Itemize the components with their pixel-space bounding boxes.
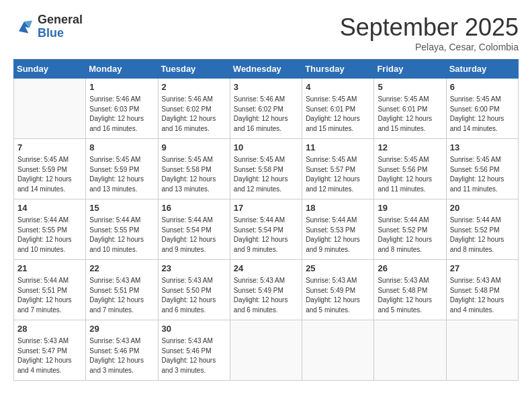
day-number: 2 <box>162 81 226 93</box>
calendar-cell <box>374 320 446 381</box>
calendar-cell: 22Sunrise: 5:43 AM Sunset: 5:51 PM Dayli… <box>86 260 158 320</box>
calendar-cell: 25Sunrise: 5:43 AM Sunset: 5:49 PM Dayli… <box>302 260 374 320</box>
calendar-cell: 30Sunrise: 5:43 AM Sunset: 5:46 PM Dayli… <box>158 320 230 381</box>
day-number: 10 <box>234 142 298 154</box>
day-info: Sunrise: 5:45 AM Sunset: 5:58 PM Dayligh… <box>162 155 226 194</box>
title-block: September 2025 Pelaya, Cesar, Colombia <box>340 13 519 52</box>
day-number: 30 <box>162 323 226 335</box>
weekday-header: Tuesday <box>158 60 230 79</box>
calendar-cell: 27Sunrise: 5:43 AM Sunset: 5:48 PM Dayli… <box>446 260 518 320</box>
calendar-cell: 11Sunrise: 5:45 AM Sunset: 5:57 PM Dayli… <box>302 139 374 199</box>
calendar-cell: 23Sunrise: 5:43 AM Sunset: 5:50 PM Dayli… <box>158 260 230 320</box>
day-info: Sunrise: 5:44 AM Sunset: 5:55 PM Dayligh… <box>89 216 154 255</box>
calendar-cell: 6Sunrise: 5:45 AM Sunset: 6:00 PM Daylig… <box>446 79 518 139</box>
day-number: 25 <box>306 263 370 275</box>
day-info: Sunrise: 5:44 AM Sunset: 5:51 PM Dayligh… <box>17 276 82 315</box>
day-info: Sunrise: 5:44 AM Sunset: 5:53 PM Dayligh… <box>306 216 370 255</box>
calendar-cell: 16Sunrise: 5:44 AM Sunset: 5:54 PM Dayli… <box>158 199 230 260</box>
calendar-cell: 13Sunrise: 5:45 AM Sunset: 5:56 PM Dayli… <box>446 139 518 199</box>
day-number: 23 <box>162 263 226 275</box>
logo-icon <box>13 16 35 38</box>
calendar-week-row: 28Sunrise: 5:43 AM Sunset: 5:47 PM Dayli… <box>14 320 519 381</box>
calendar-cell: 10Sunrise: 5:45 AM Sunset: 5:58 PM Dayli… <box>230 139 302 199</box>
day-number: 28 <box>17 323 82 335</box>
day-number: 12 <box>378 142 442 154</box>
day-number: 20 <box>450 202 515 214</box>
day-info: Sunrise: 5:45 AM Sunset: 5:56 PM Dayligh… <box>450 155 515 194</box>
day-info: Sunrise: 5:45 AM Sunset: 6:01 PM Dayligh… <box>378 95 442 134</box>
day-number: 22 <box>89 263 154 275</box>
day-number: 5 <box>378 81 442 93</box>
day-info: Sunrise: 5:45 AM Sunset: 5:58 PM Dayligh… <box>234 155 298 194</box>
calendar-cell: 19Sunrise: 5:44 AM Sunset: 5:52 PM Dayli… <box>374 199 446 260</box>
day-info: Sunrise: 5:43 AM Sunset: 5:51 PM Dayligh… <box>89 276 154 315</box>
day-number: 4 <box>306 81 370 93</box>
month-title: September 2025 <box>340 13 519 42</box>
day-number: 19 <box>378 202 442 214</box>
day-info: Sunrise: 5:43 AM Sunset: 5:46 PM Dayligh… <box>89 336 154 375</box>
calendar-cell: 15Sunrise: 5:44 AM Sunset: 5:55 PM Dayli… <box>86 199 158 260</box>
day-number: 8 <box>89 142 154 154</box>
page-header: General Blue September 2025 Pelaya, Cesa… <box>13 13 519 52</box>
calendar-cell <box>14 79 86 139</box>
calendar-cell: 9Sunrise: 5:45 AM Sunset: 5:58 PM Daylig… <box>158 139 230 199</box>
day-info: Sunrise: 5:44 AM Sunset: 5:52 PM Dayligh… <box>450 216 515 255</box>
day-number: 18 <box>306 202 370 214</box>
calendar-cell: 2Sunrise: 5:46 AM Sunset: 6:02 PM Daylig… <box>158 79 230 139</box>
day-info: Sunrise: 5:45 AM Sunset: 6:01 PM Dayligh… <box>306 95 370 134</box>
calendar-header-row: SundayMondayTuesdayWednesdayThursdayFrid… <box>14 60 519 79</box>
day-info: Sunrise: 5:43 AM Sunset: 5:49 PM Dayligh… <box>234 276 298 315</box>
calendar-cell: 14Sunrise: 5:44 AM Sunset: 5:55 PM Dayli… <box>14 199 86 260</box>
day-number: 24 <box>234 263 298 275</box>
day-info: Sunrise: 5:43 AM Sunset: 5:50 PM Dayligh… <box>162 276 226 315</box>
day-info: Sunrise: 5:44 AM Sunset: 5:52 PM Dayligh… <box>378 216 442 255</box>
day-info: Sunrise: 5:44 AM Sunset: 5:54 PM Dayligh… <box>234 216 298 255</box>
day-number: 1 <box>89 81 154 93</box>
calendar-week-row: 1Sunrise: 5:46 AM Sunset: 6:03 PM Daylig… <box>14 79 519 139</box>
day-number: 3 <box>234 81 298 93</box>
day-info: Sunrise: 5:46 AM Sunset: 6:02 PM Dayligh… <box>234 95 298 134</box>
day-info: Sunrise: 5:43 AM Sunset: 5:48 PM Dayligh… <box>378 276 442 315</box>
day-info: Sunrise: 5:46 AM Sunset: 6:03 PM Dayligh… <box>89 95 154 134</box>
day-number: 7 <box>17 142 82 154</box>
day-info: Sunrise: 5:43 AM Sunset: 5:48 PM Dayligh… <box>450 276 515 315</box>
day-info: Sunrise: 5:43 AM Sunset: 5:47 PM Dayligh… <box>17 336 82 375</box>
day-info: Sunrise: 5:43 AM Sunset: 5:46 PM Dayligh… <box>162 336 226 375</box>
calendar-cell: 20Sunrise: 5:44 AM Sunset: 5:52 PM Dayli… <box>446 199 518 260</box>
day-info: Sunrise: 5:45 AM Sunset: 5:59 PM Dayligh… <box>17 155 82 194</box>
weekday-header: Monday <box>86 60 158 79</box>
day-number: 21 <box>17 263 82 275</box>
day-info: Sunrise: 5:45 AM Sunset: 5:57 PM Dayligh… <box>306 155 370 194</box>
day-number: 14 <box>17 202 82 214</box>
weekday-header: Sunday <box>14 60 86 79</box>
day-number: 9 <box>162 142 226 154</box>
logo: General Blue <box>13 13 83 40</box>
location: Pelaya, Cesar, Colombia <box>340 42 519 52</box>
weekday-header: Thursday <box>302 60 374 79</box>
calendar-cell: 3Sunrise: 5:46 AM Sunset: 6:02 PM Daylig… <box>230 79 302 139</box>
calendar-week-row: 7Sunrise: 5:45 AM Sunset: 5:59 PM Daylig… <box>14 139 519 199</box>
calendar-cell <box>446 320 518 381</box>
calendar-week-row: 14Sunrise: 5:44 AM Sunset: 5:55 PM Dayli… <box>14 199 519 260</box>
day-number: 16 <box>162 202 226 214</box>
day-number: 15 <box>89 202 154 214</box>
calendar-cell: 1Sunrise: 5:46 AM Sunset: 6:03 PM Daylig… <box>86 79 158 139</box>
logo-text: General Blue <box>38 13 83 40</box>
day-info: Sunrise: 5:43 AM Sunset: 5:49 PM Dayligh… <box>306 276 370 315</box>
calendar-cell: 21Sunrise: 5:44 AM Sunset: 5:51 PM Dayli… <box>14 260 86 320</box>
day-info: Sunrise: 5:46 AM Sunset: 6:02 PM Dayligh… <box>162 95 226 134</box>
calendar-table: SundayMondayTuesdayWednesdayThursdayFrid… <box>13 59 519 381</box>
calendar-cell: 28Sunrise: 5:43 AM Sunset: 5:47 PM Dayli… <box>14 320 86 381</box>
calendar-cell <box>230 320 302 381</box>
weekday-header: Saturday <box>446 60 518 79</box>
day-number: 29 <box>89 323 154 335</box>
weekday-header: Wednesday <box>230 60 302 79</box>
calendar-cell: 7Sunrise: 5:45 AM Sunset: 5:59 PM Daylig… <box>14 139 86 199</box>
day-info: Sunrise: 5:44 AM Sunset: 5:55 PM Dayligh… <box>17 216 82 255</box>
calendar-week-row: 21Sunrise: 5:44 AM Sunset: 5:51 PM Dayli… <box>14 260 519 320</box>
day-number: 11 <box>306 142 370 154</box>
calendar-cell: 5Sunrise: 5:45 AM Sunset: 6:01 PM Daylig… <box>374 79 446 139</box>
day-number: 13 <box>450 142 515 154</box>
day-number: 27 <box>450 263 515 275</box>
calendar-cell: 8Sunrise: 5:45 AM Sunset: 5:59 PM Daylig… <box>86 139 158 199</box>
